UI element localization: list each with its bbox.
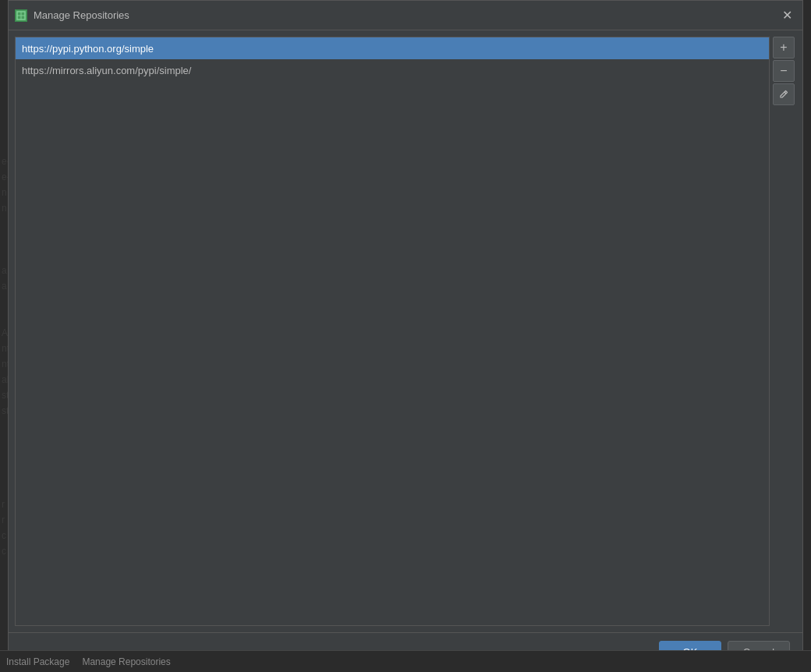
manage-repositories-dialog: Manage Repositories ✕ https://pypi.pytho…: [8, 0, 803, 672]
repo-url-0: https://pypi.python.org/simple: [22, 43, 154, 55]
dialog-icon: [15, 9, 27, 22]
bottom-tab-manage[interactable]: Manage Repositories: [82, 656, 170, 667]
repo-item-1[interactable]: https://mirrors.aliyun.com/pypi/simple/: [16, 59, 769, 81]
title-bar: Manage Repositories ✕: [9, 1, 802, 30]
pencil-icon: [778, 89, 789, 100]
edit-repo-button[interactable]: [773, 83, 795, 105]
repo-item-0[interactable]: https://pypi.python.org/simple: [16, 37, 769, 59]
repo-url-1: https://mirrors.aliyun.com/pypi/simple/: [22, 65, 191, 76]
bottom-tab-install[interactable]: Install Package: [6, 656, 69, 667]
dialog-title: Manage Repositories: [34, 9, 129, 21]
remove-repo-button[interactable]: −: [773, 60, 795, 82]
toolbar: + −: [773, 37, 796, 626]
package-icon-svg: [16, 10, 27, 21]
close-button[interactable]: ✕: [777, 6, 796, 25]
add-repo-button[interactable]: +: [773, 37, 795, 58]
repo-list[interactable]: https://pypi.python.org/simple https://m…: [15, 37, 770, 626]
bottom-tab-bar: Install Package Manage Repositories: [0, 650, 811, 672]
dialog-content: https://pypi.python.org/simple https://m…: [9, 30, 802, 632]
title-bar-left: Manage Repositories: [15, 9, 129, 22]
